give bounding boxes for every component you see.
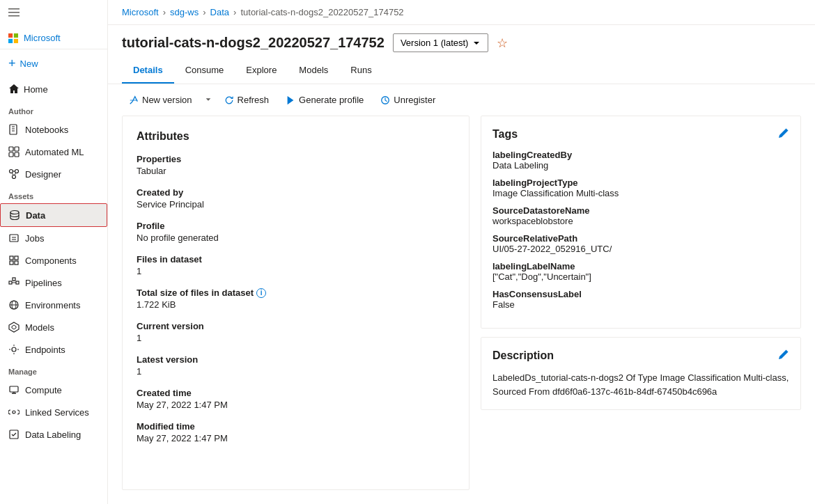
breadcrumb-workspace[interactable]: sdg-ws: [170, 7, 199, 17]
tab-runs[interactable]: Runs: [339, 58, 382, 84]
sidebar-item-models[interactable]: Models: [0, 316, 107, 338]
tag-labeling-label-name: labelingLabelName ["Cat","Dog","Uncertai…: [492, 261, 789, 282]
data-labeling-label: Data Labeling: [25, 430, 81, 440]
sidebar-item-environments[interactable]: Environments: [0, 294, 107, 316]
svg-rect-28: [15, 261, 18, 265]
tag-source-relative-path: SourceRelativePath UI/05-27-2022_052916_…: [492, 233, 789, 254]
designer-icon: [8, 168, 20, 180]
attributes-title: Attributes: [137, 130, 455, 143]
designer-label: Designer: [25, 169, 61, 180]
description-edit-icon: [778, 349, 789, 360]
svg-point-39: [12, 347, 16, 352]
environments-label: Environments: [25, 300, 80, 310]
attr-created-time: Created time May 27, 2022 1:47 PM: [137, 388, 455, 410]
description-panel-header: Description: [492, 349, 789, 363]
description-panel: Description LabeledDs_tutorial-cats-n-do…: [481, 337, 801, 410]
attr-created-by: Created by Service Principal: [137, 187, 455, 210]
svg-point-21: [10, 211, 19, 214]
new-version-button[interactable]: New version: [122, 91, 199, 109]
sidebar-item-pipelines[interactable]: Pipelines: [0, 271, 107, 294]
svg-rect-0: [8, 8, 20, 10]
svg-rect-5: [8, 38, 13, 42]
description-edit-button[interactable]: [778, 349, 789, 363]
main-content: Microsoft › sdg-ws › Data › tutorial-cat…: [108, 0, 815, 504]
svg-rect-2: [8, 15, 20, 17]
refresh-label: Refresh: [238, 95, 270, 105]
sidebar-item-data[interactable]: Data: [0, 203, 107, 227]
page-header: tutorial-cats-n-dogs2_20220527_174752 Ve…: [108, 25, 815, 52]
edit-icon: [778, 127, 789, 139]
tab-explore[interactable]: Explore: [235, 58, 288, 84]
new-button[interactable]: + New: [0, 49, 107, 78]
sidebar-item-automated-ml[interactable]: Automated ML: [0, 141, 107, 163]
svg-rect-22: [10, 235, 18, 242]
tag-key: labelingCreatedBy: [492, 150, 789, 160]
home-label: Home: [24, 84, 48, 95]
generate-profile-label: Generate profile: [299, 95, 364, 105]
microsoft-link[interactable]: Microsoft: [0, 27, 107, 49]
favorite-star-icon[interactable]: ☆: [497, 36, 508, 51]
attr-current-version: Current version 1: [137, 321, 455, 343]
tag-value: Data Labeling: [492, 160, 789, 171]
sidebar-item-jobs[interactable]: Jobs: [0, 227, 107, 249]
attr-properties: Properties Tabular: [137, 154, 455, 176]
microsoft-label: Microsoft: [24, 33, 61, 43]
sidebar-item-notebooks[interactable]: Notebooks: [0, 118, 107, 141]
attr-created-time-label: Created time: [137, 388, 455, 398]
svg-line-20: [15, 173, 17, 175]
sidebar-item-linked-services[interactable]: Linked Services: [0, 401, 107, 423]
breadcrumb-data[interactable]: Data: [210, 7, 229, 17]
breadcrumb-microsoft[interactable]: Microsoft: [122, 7, 159, 17]
hamburger-button[interactable]: [0, 0, 107, 27]
svg-marker-44: [288, 95, 294, 104]
svg-rect-31: [13, 278, 15, 281]
sidebar-item-components[interactable]: Components: [0, 249, 107, 271]
attr-properties-value: Tabular: [137, 166, 455, 176]
automated-ml-label: Automated ML: [25, 147, 84, 157]
notebook-icon: [8, 124, 20, 135]
svg-rect-25: [10, 256, 13, 260]
attr-created-time-value: May 27, 2022 1:47 PM: [137, 400, 455, 410]
svg-rect-26: [15, 256, 18, 260]
tag-value: UI/05-27-2022_052916_UTC/: [492, 244, 789, 254]
tag-key: SourceDatastoreName: [492, 205, 789, 216]
attr-modified-time: Modified time May 27, 2022 1:47 PM: [137, 421, 455, 443]
new-version-dropdown-arrow[interactable]: [202, 91, 215, 109]
tag-has-consensus-label: HasConsensusLabel False: [492, 289, 789, 310]
refresh-button[interactable]: Refresh: [217, 91, 277, 109]
svg-rect-40: [10, 386, 18, 392]
environments-icon: [8, 299, 20, 310]
data-icon: [9, 210, 20, 221]
attr-profile-value: No profile generated: [137, 233, 455, 243]
unregister-button[interactable]: Unregister: [373, 91, 442, 109]
sidebar-item-endpoints[interactable]: Endpoints: [0, 338, 107, 361]
components-icon: [8, 255, 20, 266]
attr-latest-version-label: Latest version: [137, 354, 455, 365]
sidebar-item-designer[interactable]: Designer: [0, 163, 107, 185]
manage-section-label: Manage: [0, 361, 107, 379]
svg-point-17: [13, 175, 16, 179]
pipelines-label: Pipelines: [25, 278, 62, 288]
unregister-icon: [380, 95, 390, 105]
info-icon[interactable]: i: [256, 288, 266, 298]
attr-profile-label: Profile: [137, 221, 455, 231]
tags-edit-button[interactable]: [778, 127, 789, 141]
sidebar-item-data-labeling[interactable]: Data Labeling: [0, 423, 107, 446]
home-link[interactable]: Home: [0, 78, 107, 100]
attr-modified-time-value: May 27, 2022 1:47 PM: [137, 433, 455, 443]
dropdown-arrow-icon: [205, 96, 212, 103]
svg-rect-6: [14, 38, 18, 42]
breadcrumb-sep3: ›: [233, 7, 236, 17]
tab-details[interactable]: Details: [122, 58, 174, 84]
right-panels: Tags labelingCreatedBy Data Labeling lab…: [481, 116, 801, 490]
attr-latest-version: Latest version 1: [137, 354, 455, 377]
generate-profile-button[interactable]: Generate profile: [279, 91, 371, 109]
svg-point-15: [10, 170, 13, 173]
tab-consume[interactable]: Consume: [174, 58, 235, 84]
description-title: Description: [492, 349, 554, 362]
unregister-label: Unregister: [394, 95, 435, 105]
sidebar-item-compute[interactable]: Compute: [0, 379, 107, 401]
generate-profile-icon: [286, 95, 295, 105]
version-dropdown[interactable]: Version 1 (latest): [393, 33, 489, 52]
tab-models[interactable]: Models: [288, 58, 339, 84]
